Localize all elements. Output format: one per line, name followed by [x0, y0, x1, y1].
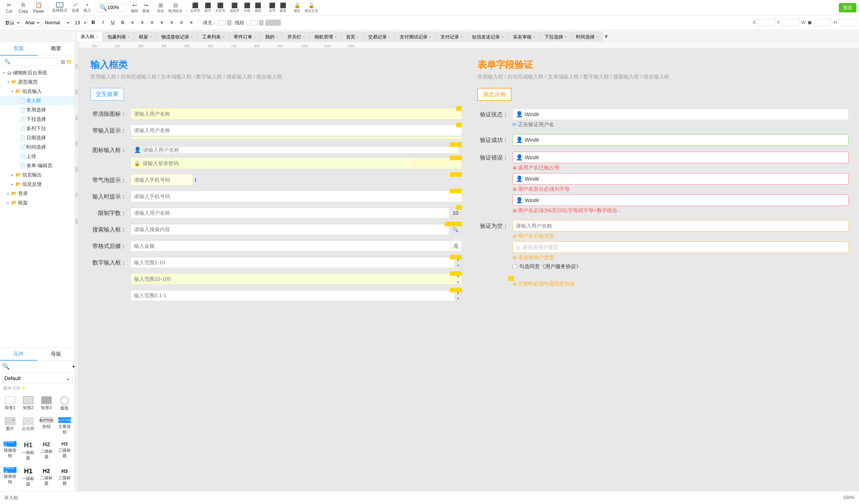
align-left-button[interactable]: ⬛ 左对齐 — [189, 1, 202, 14]
validation-error-input-3[interactable]: 👤 Windir — [513, 195, 849, 206]
comp-link-btn-extra[interactable]: 链接按钮 链接按钮 — [2, 465, 18, 489]
tab-10[interactable]: 交易记录 × — [364, 32, 395, 42]
tab-close-16[interactable]: × — [596, 35, 598, 39]
align-middle-button[interactable]: ⬛ 中部 — [242, 1, 252, 14]
tab-close-8[interactable]: × — [335, 35, 337, 39]
number-input-2[interactable] — [131, 274, 454, 284]
tab-5[interactable]: 寄件订单 × — [229, 32, 260, 42]
add-folder-icon[interactable]: 📁 — [66, 59, 73, 65]
horizontal-button[interactable]: ⬛ 水平 — [267, 1, 277, 14]
validation-error-input-1[interactable]: 👤 Windir — [513, 152, 849, 163]
comp-button[interactable]: BUTTON 按钮 — [39, 415, 55, 437]
align-top-button[interactable]: ⬛ 顶对齐 — [228, 1, 241, 14]
tree-item-shangchuan[interactable]: 📄 上传 — [0, 152, 75, 161]
tree-item-framework[interactable]: ▸ 📂 框架 — [0, 198, 75, 208]
w-input[interactable] — [814, 19, 832, 26]
tab-7[interactable]: 开关灯 × — [283, 32, 309, 42]
validation-success-input[interactable]: 👤 Windir — [513, 134, 849, 146]
interactive-effect-button[interactable]: 交互效果 — [90, 88, 124, 101]
tab-close-3[interactable]: × — [191, 35, 193, 39]
text-align-left-button[interactable]: ≡ — [138, 19, 146, 27]
preview-button[interactable]: 预览 — [839, 3, 856, 12]
tab-close-11[interactable]: × — [429, 35, 431, 39]
master-tab[interactable]: 母版 — [37, 348, 75, 361]
tab-close-2[interactable]: × — [150, 35, 152, 39]
tab-close-7[interactable]: × — [303, 35, 305, 39]
number-input-1[interactable] — [131, 258, 454, 268]
tree-item-root[interactable]: ▾ 🗂 储物柜后台系统 — [0, 68, 75, 77]
comp-h3[interactable]: H3 三级标题 — [57, 439, 73, 463]
clear-icon-input[interactable] — [131, 108, 462, 120]
tree-arrow-output[interactable]: ▸ — [10, 173, 14, 177]
tree-item-riqi[interactable]: 📄 日期选择 — [0, 133, 75, 142]
suffix-input-container[interactable]: 元 — [131, 240, 462, 251]
tab-13[interactable]: 短信发送记录 × — [468, 32, 508, 42]
undo-button[interactable]: ↩ 撤销 — [129, 1, 140, 14]
insert-button[interactable]: + 插入 — [82, 1, 93, 14]
spinner-down-2[interactable]: ▼ — [455, 279, 462, 285]
validation-empty-input[interactable] — [513, 220, 849, 231]
password-input[interactable] — [142, 161, 458, 166]
search-field[interactable] — [131, 225, 449, 234]
agreement-checkbox[interactable] — [513, 264, 517, 269]
comp-rect1[interactable]: 矩形1 — [2, 394, 18, 413]
comp-placeholder[interactable]: 占位符 — [20, 415, 36, 437]
comp-h2[interactable]: H2 二级标题 — [39, 439, 55, 463]
strikethrough-button[interactable]: S — [119, 19, 127, 27]
tab-14[interactable]: 实名审核 × — [509, 32, 540, 42]
underline-button[interactable]: U — [109, 19, 117, 27]
validation-error-input-2[interactable]: 👤 Windir — [513, 173, 849, 184]
number-input-3[interactable] — [131, 291, 454, 301]
component-search-input[interactable] — [11, 364, 71, 369]
tab-4[interactable]: 工单列表 × — [198, 32, 229, 42]
comp-image[interactable]: 图片 — [2, 415, 18, 437]
redo-button[interactable]: ↪ 重做 — [141, 1, 151, 14]
lock-interact-button[interactable]: 🔓 锁定交互 — [303, 1, 320, 14]
style-normal-select[interactable]: Normal — [42, 18, 71, 27]
comp-h3-extra[interactable]: H3 三级标题 — [57, 465, 73, 489]
spinner-down-1[interactable]: ▼ — [455, 263, 462, 269]
tab-16[interactable]: 时间选择 × — [572, 32, 603, 42]
input-hint-field[interactable] — [131, 125, 462, 136]
comp-h1-extra[interactable]: H1 一级标题 — [20, 465, 36, 489]
validation-select[interactable]: ▤ 请选择用户类型 — [513, 242, 849, 253]
bubble-input-field[interactable] — [131, 174, 193, 185]
vertical-button[interactable]: ⬛ 垂直 — [278, 1, 288, 14]
tree-item-yuanxing[interactable]: ▾ 📂 原型规范 — [0, 77, 75, 87]
tab-3[interactable]: 物流签收记录 × — [157, 32, 197, 42]
tab-close-0[interactable]: × — [96, 34, 98, 39]
more-tabs-button[interactable]: ▾ — [603, 31, 609, 42]
comp-h2-extra[interactable]: H2 二级标题 — [39, 465, 55, 489]
text-outdent-button[interactable]: ≡ — [187, 19, 195, 27]
overview-tab[interactable]: 概要 — [37, 42, 75, 56]
select-mode-button[interactable]: 选择模式 — [50, 1, 69, 14]
list-button[interactable]: ≡ — [128, 19, 137, 27]
align-center-button[interactable]: ⬛ 居中 — [203, 1, 213, 14]
comp-circle[interactable]: 圆形 — [57, 394, 73, 413]
text-align-center-button[interactable]: ≡ — [148, 19, 156, 27]
element-tab[interactable]: 元件 — [0, 348, 37, 361]
tree-item-rukuang[interactable]: 📄 录入框 — [0, 96, 75, 105]
tab-0[interactable]: 录入框 × — [76, 32, 103, 42]
type-hint-field[interactable] — [131, 191, 462, 202]
stroke-color-box2[interactable] — [259, 20, 263, 25]
search-input-field-wrapper[interactable]: 🔍 — [131, 224, 462, 235]
tree-arrow-xinxi[interactable]: ▾ — [10, 89, 14, 93]
tree-item-xiala[interactable]: 📄 下拉选择 — [0, 114, 75, 124]
font-select[interactable]: Arial — [22, 18, 41, 27]
tab-close-10[interactable]: × — [388, 35, 390, 39]
page-tab[interactable]: 页面 — [0, 42, 37, 56]
spinner-down-3[interactable]: ▼ — [455, 296, 462, 302]
stroke-color-box[interactable] — [251, 20, 258, 25]
text-indent-button[interactable]: ≡ — [177, 19, 186, 27]
tab-9[interactable]: 首页 × — [342, 32, 363, 42]
page-search-input[interactable] — [2, 58, 59, 66]
paste-button[interactable]: 📋 Paste — [31, 1, 46, 15]
comp-h1[interactable]: H1 一级标题 — [20, 439, 36, 463]
user-name-input[interactable] — [143, 147, 458, 153]
align-bottom-button[interactable]: ⬛ 底部 — [253, 1, 263, 14]
tree-item-bianjiye[interactable]: 📄 表单-编辑页 — [0, 161, 75, 170]
comp-rect3[interactable]: 矩形3 — [39, 394, 55, 413]
fill-color-box2[interactable] — [227, 20, 231, 25]
password-icon-input[interactable]: 🔒 — [131, 158, 462, 169]
